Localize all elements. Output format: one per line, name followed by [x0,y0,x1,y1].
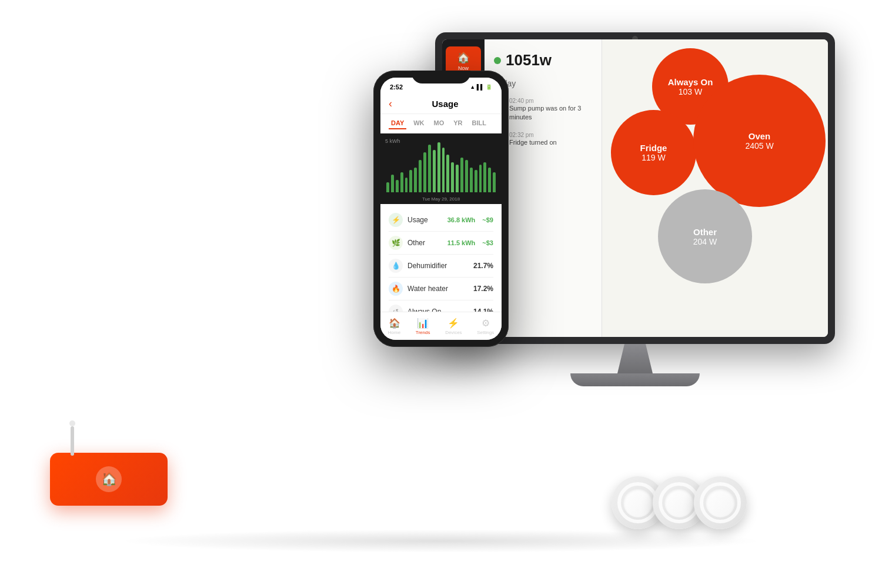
chart-bar-7 [419,160,422,192]
sensor-ring-3 [700,482,741,523]
sensor-3 [694,476,747,529]
event-item-2: 02:32 pm Fridge turned on [494,132,592,147]
water-heater-stat-name: Water heater [407,285,469,293]
dehumidifier-stat-icon: 💧 [389,259,403,273]
bubble-oven-value: 2405 W [745,141,773,151]
event-desc-2: Fridge turned on [509,138,557,147]
usage-stat-value: 36.8 kWh [447,216,476,223]
chart-bar-21 [483,162,486,192]
antenna [68,420,77,456]
always-on-stat-percent: 14.1% [473,308,493,312]
dehumidifier-stat-name: Dehumidifier [407,262,469,270]
tab-mo[interactable]: MO [432,118,447,129]
chart-bar-20 [479,165,482,192]
chart-bar-14 [451,162,454,192]
main-scene: 🏠 Now 📊 Usage 〰 Meter ⚡ Devices [0,0,882,588]
chart-bar-5 [409,170,412,192]
chart-bar-23 [493,172,496,192]
bottom-trends-label: Trends [416,330,430,335]
bubble-other-label: Other [693,227,717,237]
chart-bar-0 [386,182,389,192]
bottom-home-label: Home [388,330,400,335]
bottom-devices-label: Devices [445,330,462,335]
usage-stat-cost: ~$9 [482,216,493,223]
chart-bar-4 [405,178,408,193]
phone-header: ‹ Usage [380,94,502,114]
other-stat-name: Other [407,239,443,247]
usage-stat-icon: ⚡ [389,213,403,227]
house-icon: 🏠 [101,472,117,487]
always-on-stat-name: Always On [407,308,469,312]
monitor-main-content: 1051w Today 02:40 pm Sump pump was on fo… [485,39,828,337]
phone-screen: 2:52 ▲ ▌▌ 🔋 ‹ Usage DAY WK MO YR BILL [380,78,502,340]
monitor-base [570,373,700,386]
chart-bar-9 [428,145,431,192]
phone-notch [412,71,470,83]
bubble-other-value: 204 W [693,237,717,246]
ground-shadow [118,529,764,553]
orange-box: 🏠 [50,453,168,506]
chart-date-label: Tue May 29, 2018 [422,196,460,202]
water-heater-stat-icon: 🔥 [389,282,403,296]
chart-bar-8 [423,152,426,192]
bottom-devices-icon: ⚡ [447,318,459,329]
back-button[interactable]: ‹ [389,98,392,110]
bubble-fridge-value: 119 W [642,153,665,162]
bottom-nav-settings[interactable]: ⚙ Settings [477,318,494,335]
other-stat-cost: ~$3 [482,239,493,246]
bottom-nav-home[interactable]: 🏠 Home [388,318,400,335]
power-reading: 1051w [494,51,592,69]
other-stat-value: 11.5 kWh [447,239,476,246]
phone-body: 2:52 ▲ ▌▌ 🔋 ‹ Usage DAY WK MO YR BILL [373,71,509,347]
bubble-always-on-value: 103 W [679,87,702,96]
chart-bar-15 [456,165,459,192]
phone-bottom-nav: 🏠 Home 📊 Trends ⚡ Devices ⚙ Settings [380,312,502,340]
stat-usage: ⚡ Usage 36.8 kWh ~$9 [389,209,493,232]
chart-bar-10 [433,150,436,192]
today-label: Today [494,79,592,88]
bubble-oven: Oven 2405 W [693,75,826,207]
monitor-neck [617,344,653,373]
event-text-2: 02:32 pm Fridge turned on [509,132,557,147]
phone-tabs: DAY WK MO YR BILL [380,114,502,133]
event-item-1: 02:40 pm Sump pump was on for 3 minutes [494,98,592,122]
water-heater-stat-percent: 17.2% [473,285,493,293]
bottom-nav-trends[interactable]: 📊 Trends [416,318,430,335]
chart-bar-17 [465,160,468,192]
tab-wk[interactable]: WK [411,118,426,129]
chart-bar-2 [396,180,399,192]
stat-other: 🌿 Other 11.5 kWh ~$3 [389,232,493,255]
event-time-2: 02:32 pm [509,132,557,138]
bubble-other: Other 204 W [658,189,752,283]
bottom-settings-label: Settings [477,330,494,335]
bottom-nav-devices[interactable]: ⚡ Devices [445,318,462,335]
phone-chart: 5 kWh Tue May 29, 2018 [380,133,502,204]
sensors [612,476,747,529]
event-time-1: 02:40 pm [509,98,592,104]
bubble-fridge-label: Fridge [640,143,667,153]
event-text-1: 02:40 pm Sump pump was on for 3 minutes [509,98,592,122]
tab-bill[interactable]: BILL [470,118,489,129]
event-desc-1: Sump pump was on for 3 minutes [509,104,592,122]
bottom-settings-icon: ⚙ [482,318,490,329]
bubble-fridge: Fridge 119 W [611,110,696,195]
antenna-tip [69,420,75,426]
chart-bar-11 [437,142,440,192]
tab-yr[interactable]: YR [451,118,465,129]
chart-bar-16 [460,158,463,193]
stat-always-on: ↺ Always On 14.1% [389,300,493,312]
home-icon: 🏠 [457,51,470,64]
orange-device: 🏠 [50,453,168,517]
tab-day[interactable]: DAY [389,118,406,129]
bubble-chart: Always On 103 W Fridge 119 W Oven 2405 W [602,39,828,337]
chart-bars [386,142,496,192]
chart-bar-19 [475,170,477,192]
status-icons: ▲ ▌▌ 🔋 [470,84,492,90]
bottom-home-icon: 🏠 [389,318,400,329]
chart-bar-1 [391,175,394,192]
power-indicator [494,57,501,64]
chart-bar-18 [470,168,473,193]
status-time: 2:52 [390,83,403,91]
bubble-always-on-label: Always On [668,77,713,87]
stat-dehumidifier: 💧 Dehumidifier 21.7% [389,255,493,278]
